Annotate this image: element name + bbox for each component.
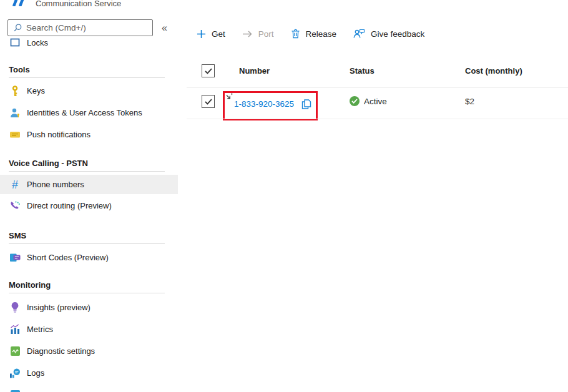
sidebar-item-phone-numbers[interactable]: # Phone numbers xyxy=(0,175,178,194)
bulb-icon xyxy=(9,301,21,314)
sidebar-item-direct-routing[interactable]: Direct routing (Preview) xyxy=(0,194,178,217)
key-icon xyxy=(9,85,21,97)
arrow-right-icon xyxy=(242,29,253,39)
person-icon xyxy=(9,107,21,119)
sidebar-item-label: Direct routing (Preview) xyxy=(27,201,112,210)
release-button-label: Release xyxy=(306,29,337,39)
sidebar-item-label: Insights (preview) xyxy=(27,303,91,312)
check-icon xyxy=(205,99,212,105)
sidebar-item-insights[interactable]: Insights (preview) xyxy=(0,296,178,318)
phone-number-link[interactable]: 1-833-920-3625 xyxy=(234,99,294,109)
trash-icon xyxy=(291,29,300,39)
lock-icon xyxy=(9,36,21,49)
section-title-sms: SMS xyxy=(0,229,178,242)
active-status-icon xyxy=(350,96,360,106)
page-title: Communication Service xyxy=(36,0,121,8)
column-header-status[interactable]: Status xyxy=(350,66,375,76)
divider xyxy=(187,119,568,119)
port-button[interactable]: Port xyxy=(242,29,274,39)
sidebar-item-label: Push notifications xyxy=(27,130,91,139)
status-cell: Active xyxy=(350,96,387,106)
section-title-tools: Tools xyxy=(0,63,178,76)
sidebar-item-label: Locks xyxy=(27,38,48,47)
section-title-voice-calling: Voice Calling - PSTN xyxy=(0,157,178,169)
column-header-cost[interactable]: Cost (monthly) xyxy=(465,66,522,76)
status-badge: Active xyxy=(364,97,387,106)
sidebar-item-label: Metrics xyxy=(27,325,53,334)
sidebar-item-keys[interactable]: Keys xyxy=(0,80,178,102)
section-title-monitoring: Monitoring xyxy=(0,278,178,291)
port-button-label: Port xyxy=(258,29,274,39)
collapse-sidebar-button[interactable]: « xyxy=(162,22,167,34)
sidebar: Communication Service « Locks Tools xyxy=(0,0,178,392)
logs-icon xyxy=(9,367,21,380)
diagnostics-icon xyxy=(9,345,21,358)
click-cursor-icon xyxy=(225,92,234,104)
sidebar-item-short-codes[interactable]: Short Codes (Preview) xyxy=(0,247,178,267)
divider xyxy=(9,77,165,78)
divider xyxy=(9,243,165,244)
column-header-number[interactable]: Number xyxy=(239,66,270,76)
service-logo-icon xyxy=(11,0,26,9)
sidebar-item-push-notifications[interactable]: Push notifications xyxy=(0,124,178,145)
row-checkbox[interactable] xyxy=(202,95,215,108)
get-button-label: Get xyxy=(212,29,225,39)
sidebar-item-label: Phone numbers xyxy=(27,180,84,189)
divider xyxy=(9,293,165,293)
sidebar-item-locks[interactable]: Locks xyxy=(0,34,178,51)
sidebar-item-label: Identities & User Access Tokens xyxy=(27,108,142,117)
sidebar-item-label: Keys xyxy=(27,86,45,96)
search-input[interactable] xyxy=(26,23,152,32)
cost-cell: $2 xyxy=(465,97,474,106)
check-icon xyxy=(205,68,212,74)
workbooks-icon xyxy=(9,389,21,392)
give-feedback-button-label: Give feedback xyxy=(371,29,424,39)
sidebar-search xyxy=(7,19,153,36)
phone-icon xyxy=(9,199,21,212)
metrics-icon xyxy=(9,323,21,336)
sidebar-item-diagnostic-settings[interactable]: Diagnostic settings xyxy=(0,340,178,362)
sidebar-item-identities[interactable]: Identities & User Access Tokens xyxy=(0,102,178,124)
sidebar-item-label: Diagnostic settings xyxy=(27,346,95,356)
sidebar-item-metrics[interactable]: Metrics xyxy=(0,318,178,340)
divider xyxy=(187,87,568,88)
main-content: Get Port Release Give fee xyxy=(178,0,568,392)
sidebar-item-label: Logs xyxy=(27,368,44,378)
sidebar-item-workbooks[interactable]: Workbooks xyxy=(0,384,178,392)
search-icon xyxy=(13,23,22,32)
copy-icon[interactable] xyxy=(300,98,312,113)
chat-icon xyxy=(9,251,21,263)
plus-icon xyxy=(197,29,206,39)
notification-icon xyxy=(9,129,21,141)
command-bar: Get Port Release Give fee xyxy=(197,25,424,42)
hash-icon: # xyxy=(9,179,21,191)
sidebar-nav: Locks Tools Keys xyxy=(0,34,178,392)
sidebar-item-label: Short Codes (Preview) xyxy=(27,253,109,262)
feedback-icon xyxy=(353,29,365,39)
sidebar-item-logs[interactable]: Logs xyxy=(0,362,178,384)
page: Communication Service « Locks Tools xyxy=(0,0,568,392)
divider xyxy=(9,171,165,172)
give-feedback-button[interactable]: Give feedback xyxy=(353,29,424,39)
select-all-checkbox[interactable] xyxy=(202,64,215,77)
get-button[interactable]: Get xyxy=(197,29,225,39)
release-button[interactable]: Release xyxy=(291,29,337,39)
